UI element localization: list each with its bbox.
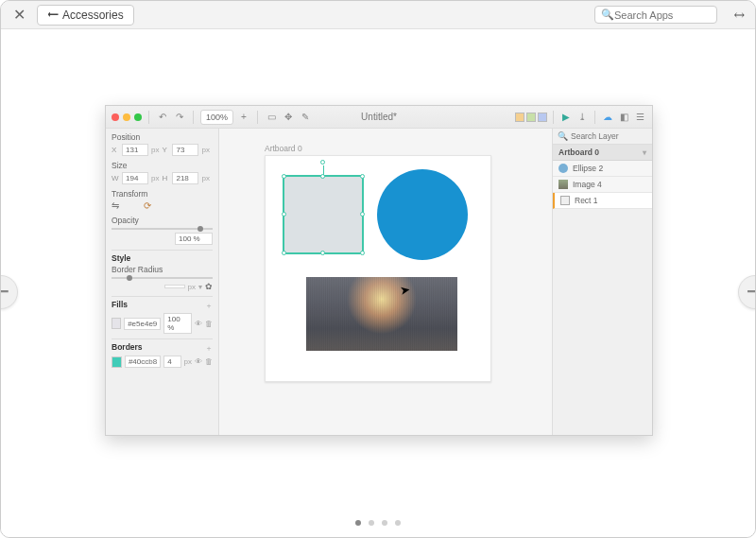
resize-handle-s[interactable] [320, 251, 325, 255]
h-label: H [162, 174, 169, 182]
carousel-dot[interactable] [395, 520, 401, 526]
trash-icon[interactable]: 🗑 [205, 357, 213, 366]
arrow-left-icon: 🠔 [47, 9, 59, 22]
border-swatch[interactable] [112, 356, 122, 368]
rotate-handle[interactable] [320, 160, 325, 165]
fill-opacity-input[interactable]: 100 % [163, 313, 192, 334]
zoom-in-icon[interactable]: + [237, 111, 250, 124]
eye-icon[interactable]: 👁 [195, 357, 202, 366]
zoom-level[interactable]: 100% [200, 110, 233, 125]
layer-name: Rect 1 [575, 196, 598, 205]
cursor-tool-icon[interactable]: ▭ [265, 111, 278, 124]
add-fill-icon[interactable]: ＋ [205, 301, 213, 311]
rotate-icon[interactable]: ⟳ [144, 200, 151, 211]
resize-handle-se[interactable] [360, 251, 365, 255]
x-unit: px [151, 146, 159, 154]
artboard[interactable]: ➤ [265, 155, 491, 382]
layer-item[interactable]: Image 4 [553, 177, 652, 193]
rect-tool-icon[interactable] [515, 113, 524, 122]
chevron-down-icon[interactable]: ▾ [643, 148, 646, 157]
border-radius-section: Border Radius px ▾ ✿ [112, 265, 213, 291]
resize-handle-n[interactable] [320, 174, 325, 179]
traffic-min-icon[interactable] [123, 113, 130, 121]
style-label: Style [112, 253, 213, 263]
search-field[interactable]: 🔍 [594, 6, 717, 24]
y-label: Y [162, 146, 169, 154]
radius-unit: px [188, 283, 196, 291]
image-shape[interactable] [306, 277, 457, 351]
carousel-dot[interactable] [382, 520, 387, 526]
search-icon: 🔍 [558, 131, 568, 141]
size-section: Size W 194 px H 218 px [112, 161, 213, 184]
opacity-label: Opacity [112, 216, 213, 225]
carousel-next-button[interactable]: 🠖 [738, 275, 756, 309]
back-button[interactable]: 🠔 Accessories [37, 5, 134, 26]
pen-tool-icon[interactable]: ✎ [299, 111, 312, 124]
gear-icon[interactable]: ✿ [205, 282, 213, 291]
rect-shape-selected[interactable] [283, 175, 364, 254]
resize-handle-w[interactable] [282, 212, 286, 217]
redo-icon[interactable]: ↷ [173, 111, 186, 124]
eye-icon[interactable]: 👁 [195, 320, 202, 328]
transform-section: Transform ⇋ ⟳ [112, 189, 213, 211]
search-input[interactable] [614, 9, 711, 21]
resize-handle-nw[interactable] [282, 174, 286, 179]
back-label: Accessories [62, 9, 124, 22]
layer-search[interactable]: 🔍 [553, 129, 652, 145]
h-input[interactable]: 218 [172, 172, 198, 184]
opacity-slider[interactable] [112, 228, 213, 230]
y-input[interactable]: 73 [172, 144, 198, 156]
hand-tool-icon[interactable]: ✥ [282, 111, 295, 124]
layer-item-selected[interactable]: Rect 1 [553, 193, 652, 209]
x-input[interactable]: 131 [122, 144, 148, 156]
border-unit: px [184, 357, 192, 366]
document-title: Untitled* [361, 112, 397, 122]
resize-handle-ne[interactable] [360, 174, 365, 179]
close-icon[interactable]: ✕ [10, 6, 27, 24]
border-color-input[interactable]: #40ccb8 [125, 356, 161, 368]
layer-search-input[interactable] [571, 131, 647, 141]
rect-icon [560, 196, 570, 205]
ellipse-tool-icon[interactable] [526, 113, 536, 122]
canvas[interactable]: Artboard 0 [219, 129, 552, 435]
app-body: Position X 131 px Y 73 px Size [106, 129, 652, 435]
chevron-down-icon[interactable]: ▾ [198, 283, 202, 291]
ellipse-shape[interactable] [377, 169, 468, 260]
fill-swatch[interactable] [112, 318, 121, 329]
carousel-prev-button[interactable]: 🠔 [0, 275, 18, 309]
expand-icon[interactable]: ⤢ [730, 6, 749, 25]
line-tool-icon[interactable] [538, 113, 547, 122]
traffic-close-icon[interactable] [112, 113, 119, 121]
carousel-dot[interactable] [355, 520, 361, 526]
add-border-icon[interactable]: ＋ [205, 343, 213, 354]
traffic-max-icon[interactable] [134, 113, 142, 121]
artboard-row[interactable]: Artboard 0 ▾ [553, 145, 652, 161]
carousel-dot[interactable] [369, 520, 374, 526]
borders-label: Borders [112, 342, 202, 352]
cloud-icon[interactable]: ☁ [601, 111, 614, 124]
radius-input[interactable] [164, 285, 185, 288]
borders-section: Borders ＋ #40ccb8 4 px 👁 🗑 [112, 342, 213, 368]
resize-handle-sw[interactable] [282, 251, 286, 255]
h-unit: px [201, 174, 209, 182]
artboard-label[interactable]: Artboard 0 [265, 144, 302, 153]
border-width-input[interactable]: 4 [163, 356, 180, 368]
resize-handle-e[interactable] [360, 212, 365, 217]
flip-h-icon[interactable]: ⇋ [112, 200, 119, 211]
border-radius-slider[interactable] [112, 277, 213, 279]
fills-label: Fills [112, 300, 202, 309]
inspector-panel: Position X 131 px Y 73 px Size [106, 129, 219, 435]
menu-icon[interactable]: ☰ [633, 111, 646, 124]
w-input[interactable]: 194 [122, 172, 148, 184]
search-icon: 🔍 [601, 9, 614, 21]
layer-name: Ellipse 2 [573, 164, 603, 173]
settings-icon[interactable]: ◧ [617, 111, 630, 124]
ellipse-icon [558, 164, 568, 173]
opacity-input[interactable]: 100 % [175, 233, 213, 245]
fill-color-input[interactable]: #e5e4e9 [124, 318, 161, 330]
layer-item[interactable]: Ellipse 2 [553, 161, 652, 177]
play-icon[interactable]: ▶ [559, 111, 573, 124]
trash-icon[interactable]: 🗑 [205, 320, 213, 328]
export-icon[interactable]: ⤓ [576, 111, 589, 124]
undo-icon[interactable]: ↶ [156, 111, 169, 124]
